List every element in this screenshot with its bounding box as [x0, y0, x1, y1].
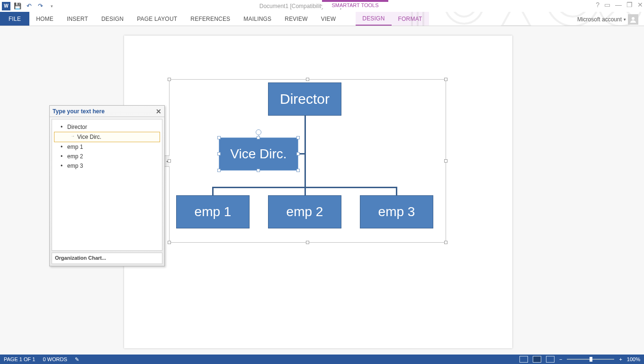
resize-handle[interactable]	[444, 241, 447, 244]
text-pane-item-label: emp 3	[67, 163, 83, 169]
resize-handle[interactable]	[296, 136, 300, 139]
close-icon[interactable]: ✕	[637, 1, 643, 9]
tab-mailings[interactable]: MAILINGS	[237, 12, 278, 26]
help-icon[interactable]: ?	[596, 1, 599, 9]
text-pane-layout-name[interactable]: Organization Chart...	[52, 253, 162, 264]
tab-page-layout[interactable]: PAGE LAYOUT	[130, 12, 184, 26]
status-page[interactable]: PAGE 1 OF 1	[4, 356, 35, 362]
resize-handle[interactable]	[444, 159, 447, 163]
connector-line	[396, 187, 397, 196]
org-node-emp3[interactable]: emp 3	[360, 195, 433, 228]
zoom-slider[interactable]	[567, 359, 614, 360]
node-label: Director	[280, 91, 330, 107]
smartart-tools-contextual-label: SMARTART TOOLS	[322, 0, 388, 8]
tab-file[interactable]: FILE	[0, 12, 29, 26]
title-bar: W 💾 ↶ ↷ ▾ Document1 [Compatibility Mode]…	[0, 0, 644, 12]
tab-smartart-design[interactable]: DESIGN	[356, 12, 391, 26]
resize-handle[interactable]	[306, 241, 309, 244]
zoom-slider-thumb[interactable]	[590, 357, 592, 362]
text-pane-item-label: Vice Dirc.	[77, 134, 101, 140]
node-label: emp 3	[378, 204, 415, 219]
tab-review[interactable]: REVIEW	[278, 12, 314, 26]
org-node-emp2[interactable]: emp 2	[268, 195, 341, 228]
text-pane-item[interactable]: emp 3	[54, 161, 160, 171]
document-area: ◂ Director Vice Dirc.	[0, 26, 644, 355]
qat-customize-icon[interactable]: ▾	[47, 2, 56, 10]
tab-references[interactable]: REFERENCES	[184, 12, 237, 26]
ribbon-tabs: FILE HOME INSERT DESIGN PAGE LAYOUT REFE…	[0, 12, 644, 26]
text-pane-item-label: Director	[67, 124, 87, 130]
text-pane-item[interactable]: emp 2	[54, 152, 160, 161]
resize-handle[interactable]	[257, 136, 260, 139]
tab-home[interactable]: HOME	[29, 12, 60, 26]
status-word-count[interactable]: 0 WORDS	[43, 356, 67, 362]
connector-line	[304, 116, 306, 188]
zoom-in-icon[interactable]: +	[619, 356, 622, 362]
svg-point-6	[632, 17, 635, 20]
undo-icon[interactable]: ↶	[25, 2, 33, 10]
node-label: emp 2	[286, 204, 323, 219]
text-pane-body[interactable]: Director Vice Dirc. emp 1 emp 2 emp 3	[52, 119, 162, 251]
rotate-handle[interactable]	[256, 129, 261, 135]
resize-handle[interactable]	[306, 78, 309, 81]
org-node-director[interactable]: Director	[268, 82, 341, 116]
resize-handle[interactable]	[217, 136, 221, 139]
avatar-icon	[628, 14, 638, 25]
resize-handle[interactable]	[168, 78, 171, 81]
org-node-vice-director[interactable]: Vice Dirc.	[219, 137, 298, 171]
minimize-icon[interactable]: —	[615, 1, 622, 9]
resize-handle[interactable]	[217, 152, 221, 155]
proofing-icon[interactable]: ✎	[75, 356, 79, 363]
resize-handle[interactable]	[257, 169, 260, 172]
text-pane-header: Type your text here ✕	[50, 106, 164, 117]
restore-icon[interactable]: ❐	[626, 1, 633, 9]
status-bar: PAGE 1 OF 1 0 WORDS ✎ − + 100%	[0, 355, 644, 364]
quick-access-toolbar: W 💾 ↶ ↷ ▾	[0, 2, 56, 10]
zoom-out-icon[interactable]: −	[559, 356, 562, 362]
tab-design[interactable]: DESIGN	[95, 12, 130, 26]
account-menu[interactable]: Microsoft account ▾	[577, 14, 638, 25]
text-pane-item[interactable]: emp 1	[54, 142, 160, 152]
web-layout-icon[interactable]	[546, 356, 555, 363]
text-pane-item-editing[interactable]: Vice Dirc.	[54, 132, 160, 142]
org-node-emp1[interactable]: emp 1	[176, 195, 250, 228]
print-layout-icon[interactable]	[533, 356, 541, 363]
tab-smartart-format[interactable]: FORMAT	[392, 12, 429, 26]
resize-handle[interactable]	[296, 169, 300, 172]
word-app-icon: W	[2, 2, 10, 10]
zoom-level[interactable]: 100%	[627, 356, 640, 362]
read-mode-icon[interactable]	[519, 356, 528, 363]
text-pane-item-label: emp 1	[67, 144, 83, 150]
connector-line	[304, 187, 306, 196]
resize-handle[interactable]	[217, 169, 221, 172]
save-icon[interactable]: 💾	[13, 2, 22, 10]
window-controls: ? ▭ — ❐ ✕	[596, 1, 643, 9]
tab-view[interactable]: VIEW	[314, 12, 342, 26]
node-label: Vice Dirc.	[230, 146, 286, 162]
connector-line	[212, 187, 214, 196]
resize-handle[interactable]	[168, 159, 171, 163]
smartart-text-pane[interactable]: Type your text here ✕ Director Vice Dirc…	[49, 105, 165, 266]
resize-handle[interactable]	[168, 241, 171, 244]
account-label: Microsoft account	[577, 16, 622, 23]
node-label: emp 1	[195, 204, 232, 219]
text-pane-title: Type your text here	[53, 108, 105, 115]
text-pane-item[interactable]: Director	[54, 122, 160, 132]
text-pane-item-label: emp 2	[67, 153, 83, 160]
close-icon[interactable]: ✕	[156, 108, 161, 115]
resize-handle[interactable]	[296, 152, 300, 155]
smartart-canvas[interactable]: ◂ Director Vice Dirc.	[169, 79, 446, 243]
tab-insert[interactable]: INSERT	[60, 12, 95, 26]
ribbon-display-options-icon[interactable]: ▭	[604, 1, 610, 9]
redo-icon[interactable]: ↷	[36, 2, 45, 10]
resize-handle[interactable]	[444, 78, 447, 81]
chevron-down-icon: ▾	[624, 17, 626, 22]
page[interactable]: ◂ Director Vice Dirc.	[124, 36, 512, 348]
